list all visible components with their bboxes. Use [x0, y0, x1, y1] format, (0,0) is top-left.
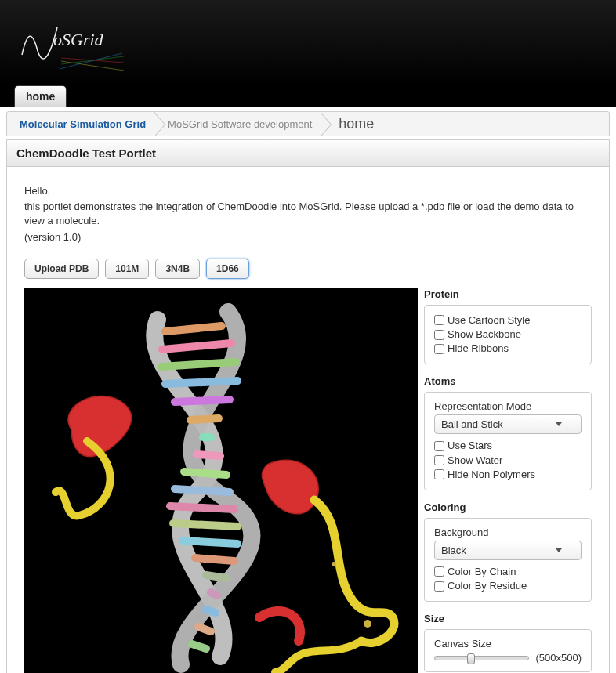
portlet-title: ChemDoodle Test Portlet: [7, 140, 609, 167]
hide-ribbons-row[interactable]: Hide Ribbons: [434, 342, 582, 356]
upload-pdb-button[interactable]: Upload PDB: [24, 259, 99, 279]
svg-line-21: [211, 592, 217, 595]
hide-nonpolymers-row[interactable]: Hide Non Polymers: [434, 468, 582, 482]
svg-line-22: [206, 610, 216, 613]
demo-101m-button[interactable]: 101M: [105, 259, 149, 279]
hide-ribbons-label: Hide Ribbons: [448, 342, 509, 356]
use-stars-checkbox[interactable]: [434, 441, 444, 451]
use-stars-label: Use Stars: [448, 439, 492, 453]
chevron-down-icon: [556, 422, 562, 426]
breadcrumbs: Molecular Simulation Grid MoSGrid Softwa…: [6, 111, 610, 136]
atoms-panel-title: Atoms: [424, 375, 592, 387]
representation-mode-value: Ball and Stick: [441, 418, 503, 430]
svg-line-23: [198, 627, 211, 631]
svg-line-18: [183, 541, 237, 544]
color-by-chain-checkbox[interactable]: [434, 566, 444, 577]
svg-line-6: [165, 326, 222, 331]
svg-point-26: [332, 562, 336, 566]
nav-tab-home[interactable]: home: [14, 85, 67, 107]
background-select[interactable]: Black: [434, 541, 582, 560]
protein-panel-title: Protein: [424, 288, 592, 300]
svg-line-17: [173, 523, 237, 526]
color-by-chain-row[interactable]: Color By Chain: [434, 565, 582, 579]
representation-mode-label: Representation Mode: [434, 400, 582, 412]
show-backbone-label: Show Backbone: [448, 327, 521, 342]
protein-panel: Use Cartoon Style Show Backbone Hide Rib…: [424, 305, 592, 365]
svg-line-9: [165, 381, 237, 384]
size-panel-title: Size: [424, 613, 592, 624]
svg-line-8: [161, 362, 236, 367]
app-header: oSGrid: [0, 0, 616, 85]
intro-line-2: this portlet demonstrates the integratio…: [24, 200, 592, 228]
color-by-chain-label: Color By Chain: [448, 565, 516, 579]
show-backbone-checkbox[interactable]: [434, 330, 444, 340]
svg-line-2: [61, 56, 124, 64]
svg-line-15: [175, 489, 230, 492]
intro-line-3: (version 1.0): [24, 230, 592, 244]
demo-3n4b-button[interactable]: 3N4B: [155, 259, 200, 279]
color-by-residue-checkbox[interactable]: [434, 581, 444, 592]
show-water-checkbox[interactable]: [434, 455, 444, 465]
chevron-down-icon: [556, 548, 562, 552]
use-cartoon-row[interactable]: Use Cartoon Style: [434, 313, 582, 327]
canvas-size-slider[interactable]: [434, 656, 529, 660]
svg-line-11: [190, 418, 219, 420]
show-water-label: Show Water: [448, 454, 502, 468]
svg-line-10: [175, 400, 230, 402]
svg-line-13: [197, 454, 220, 456]
intro-line-1: Hello,: [24, 184, 592, 198]
svg-text:oSGrid: oSGrid: [53, 30, 104, 49]
svg-line-14: [184, 472, 226, 475]
canvas-size-label: Canvas Size: [434, 638, 582, 649]
use-cartoon-label: Use Cartoon Style: [448, 313, 531, 327]
breadcrumb-section: MoSGrid Software development: [154, 112, 320, 136]
intro-text: Hello, this portlet demonstrates the int…: [24, 184, 592, 244]
slider-thumb[interactable]: [467, 653, 475, 664]
show-water-row[interactable]: Show Water: [434, 454, 582, 468]
coloring-panel: Background Black Color By Chain Color By…: [424, 518, 592, 602]
svg-line-19: [195, 558, 234, 561]
pdb-button-row: Upload PDB 101M 3N4B 1D66: [24, 259, 592, 279]
logo: oSGrid: [14, 8, 132, 77]
svg-line-16: [170, 506, 234, 509]
demo-1d66-button[interactable]: 1D66: [206, 259, 249, 279]
breadcrumb-root[interactable]: Molecular Simulation Grid: [12, 112, 154, 136]
svg-line-4: [60, 53, 122, 69]
atoms-panel: Representation Mode Ball and Stick Use S…: [424, 392, 592, 490]
show-backbone-row[interactable]: Show Backbone: [434, 327, 582, 342]
use-cartoon-checkbox[interactable]: [434, 315, 444, 325]
color-by-residue-label: Color By Residue: [448, 579, 527, 593]
coloring-panel-title: Coloring: [424, 501, 592, 513]
use-stars-row[interactable]: Use Stars: [434, 439, 582, 453]
hide-nonpolymers-label: Hide Non Polymers: [448, 468, 535, 482]
canvas-size-value: (500x500): [535, 652, 582, 664]
hide-ribbons-checkbox[interactable]: [434, 344, 444, 354]
hide-nonpolymers-checkbox[interactable]: [434, 469, 444, 479]
svg-point-25: [364, 620, 371, 628]
background-value: Black: [441, 545, 466, 556]
size-panel: Canvas Size (500x500): [424, 629, 592, 672]
svg-line-20: [206, 575, 226, 578]
background-label: Background: [434, 526, 582, 538]
molecule-viewer[interactable]: [24, 288, 418, 673]
color-by-residue-row[interactable]: Color By Residue: [434, 579, 582, 593]
nav-tab-bar: home: [0, 85, 616, 110]
svg-line-3: [61, 61, 124, 71]
representation-mode-select[interactable]: Ball and Stick: [434, 414, 582, 434]
portlet: ChemDoodle Test Portlet Hello, this port…: [6, 139, 610, 673]
svg-line-24: [192, 644, 206, 649]
